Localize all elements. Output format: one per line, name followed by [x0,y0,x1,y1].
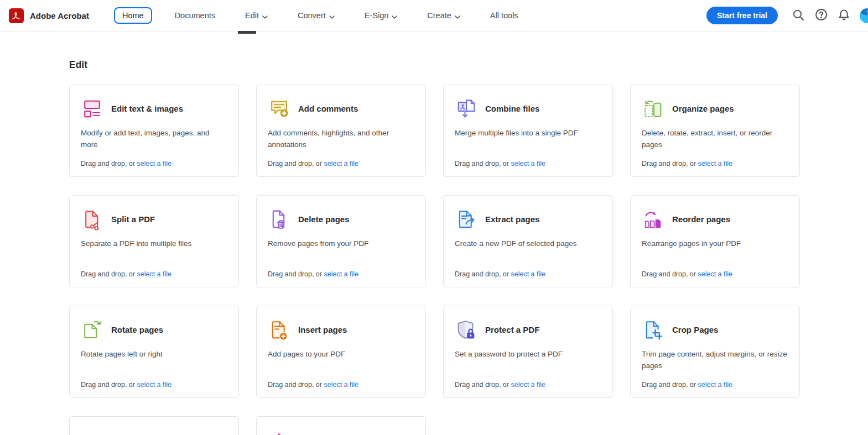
tool-card-description: Add comments, highlights, and other anno… [268,127,414,150]
avatar[interactable] [860,8,868,23]
tool-card-organize-pages[interactable]: Organize pages Delete, rotate, extract, … [630,85,800,177]
tool-card[interactable]: Drag and drop, or select a file [256,416,426,435]
select-a-file-link[interactable]: select a file [324,381,358,389]
edit-tools-page: Edit Edit text & images Modify or add te… [0,59,868,435]
tool-card-description: Add pages to your PDF [268,348,414,360]
nav-item-home[interactable]: Home [109,0,157,32]
tool-card-footer: Drag and drop, or select a file [455,381,545,389]
drag-and-drop-text: Drag and drop, or [455,160,509,167]
tool-card-title: Combine files [485,104,539,113]
tool-card-description: Merge multiple files into a single PDF [455,127,601,139]
nav-item-label: Edit [245,11,259,20]
select-a-file-link[interactable]: select a file [511,381,545,389]
brand-name: Adobe Acrobat [30,11,89,20]
tool-card-description: Rearrange pages in your PDF [642,238,788,249]
page-title: Edit [69,59,868,70]
nav-item-label: Home [122,11,144,20]
select-a-file-link[interactable]: select a file [698,381,732,389]
protect-pdf-icon [455,318,477,341]
add-comments-icon [268,97,290,120]
tool-card-footer: Drag and drop, or select a file [268,381,358,389]
insert-pages-icon [268,318,290,341]
nav-item-all-tools[interactable]: All tools [478,0,531,32]
tool-card-footer: Drag and drop, or select a file [642,381,732,389]
tool-card[interactable]: Drag and drop, or select a file [69,416,239,435]
select-a-file-link[interactable]: select a file [511,160,545,167]
select-a-file-link[interactable]: select a file [324,160,358,167]
tool-card-title: Organize pages [672,104,734,113]
acrobat-logo-icon [9,8,24,23]
search-icon [792,9,804,23]
tool-card-title: Rotate pages [111,325,163,334]
tool-card-description: Create a new PDF of selected pages [455,238,601,249]
tool-card-description: Trim page content, adjust margins, or re… [642,348,788,371]
tool-card-combine-files[interactable]: Combine files Merge multiple files into … [443,85,613,177]
pink-shape-icon [268,429,290,435]
tool-card-edit-text-images[interactable]: Edit text & images Modify or add text, i… [69,85,239,177]
delete-pages-icon [268,208,290,230]
tool-card-title: Edit text & images [111,104,183,113]
start-free-trial-button[interactable]: Start free trial [706,7,778,24]
nav-item-e-sign[interactable]: E-Sign [352,0,410,32]
help-button[interactable] [812,6,830,25]
select-a-file-link[interactable]: select a file [137,160,171,167]
drag-and-drop-text: Drag and drop, or [268,160,322,167]
tool-card-split-a-pdf[interactable]: Split a PDF Separate a PDF into multiple… [69,195,239,287]
drag-and-drop-text: Drag and drop, or [642,270,696,278]
tool-card-footer: Drag and drop, or select a file [642,160,732,167]
orange-page-icon [81,429,103,435]
tool-card-title: Split a PDF [111,214,155,224]
nav-item-documents[interactable]: Documents [163,0,227,32]
tool-card-footer: Drag and drop, or select a file [642,270,732,278]
organize-pages-icon [642,97,664,120]
tool-card-footer: Drag and drop, or select a file [455,270,545,278]
search-button[interactable] [789,6,808,25]
extract-pages-icon [455,208,477,230]
select-a-file-link[interactable]: select a file [137,270,171,278]
tool-card-description: Delete, rotate, extract, insert, or reor… [642,127,788,150]
chevron-down-icon [455,12,460,20]
tool-card-footer: Drag and drop, or select a file [81,270,171,278]
tool-card-add-comments[interactable]: Add comments Add comments, highlights, a… [256,85,426,177]
tool-card-insert-pages[interactable]: Insert pages Add pages to your PDF Drag … [256,306,426,398]
drag-and-drop-text: Drag and drop, or [455,381,509,389]
chevron-down-icon [262,12,268,20]
tool-card-delete-pages[interactable]: Delete pages Remove pages from your PDF … [256,195,426,287]
tool-card-description: Separate a PDF into multiple files [81,238,227,249]
tool-card-title: Delete pages [298,214,350,224]
nav-item-label: Documents [175,11,215,20]
tool-card-protect-a-pdf[interactable]: Protect a PDF Set a password to protect … [443,306,613,398]
select-a-file-link[interactable]: select a file [324,270,358,278]
select-a-file-link[interactable]: select a file [511,270,545,278]
tool-card-footer: Drag and drop, or select a file [268,270,358,278]
tool-card-rotate-pages[interactable]: Rotate pages Rotate pages left or right … [69,306,239,398]
nav-item-label: Create [427,11,451,20]
tool-card-title: Reorder pages [672,214,730,224]
chevron-down-icon [329,12,335,20]
select-a-file-link[interactable]: select a file [137,381,171,389]
tool-card-title: Crop Pages [672,325,718,334]
bell-icon [838,8,850,23]
drag-and-drop-text: Drag and drop, or [81,381,135,389]
drag-and-drop-text: Drag and drop, or [455,270,509,278]
tool-card-extract-pages[interactable]: Extract pages Create a new PDF of select… [443,195,613,287]
tool-card-title: Insert pages [298,325,347,334]
nav-item-edit[interactable]: Edit [233,0,280,32]
nav-item-create[interactable]: Create [415,0,472,32]
notifications-button[interactable] [834,6,853,25]
select-a-file-link[interactable]: select a file [698,270,732,278]
tool-card-crop-pages[interactable]: Crop Pages Trim page content, adjust mar… [630,306,800,398]
tool-card-footer: Drag and drop, or select a file [81,160,171,167]
tool-card-reorder-pages[interactable]: Reorder pages Rearrange pages in your PD… [630,195,800,287]
header-actions: Start free trial [706,6,868,25]
split-pdf-icon [81,208,103,230]
top-navigation-bar: Adobe Acrobat Home Documents Edit Conver… [0,0,868,32]
tool-card-footer: Drag and drop, or select a file [81,381,171,389]
tool-card-description: Modify or add text, images, pages, and m… [81,127,227,150]
nav-item-convert[interactable]: Convert [285,0,347,32]
tool-card-description: Rotate pages left or right [81,348,227,360]
tools-grid: Edit text & images Modify or add text, i… [69,85,868,435]
tool-card-title: Add comments [298,104,358,113]
select-a-file-link[interactable]: select a file [698,160,732,167]
tool-card-title: Extract pages [485,214,539,224]
